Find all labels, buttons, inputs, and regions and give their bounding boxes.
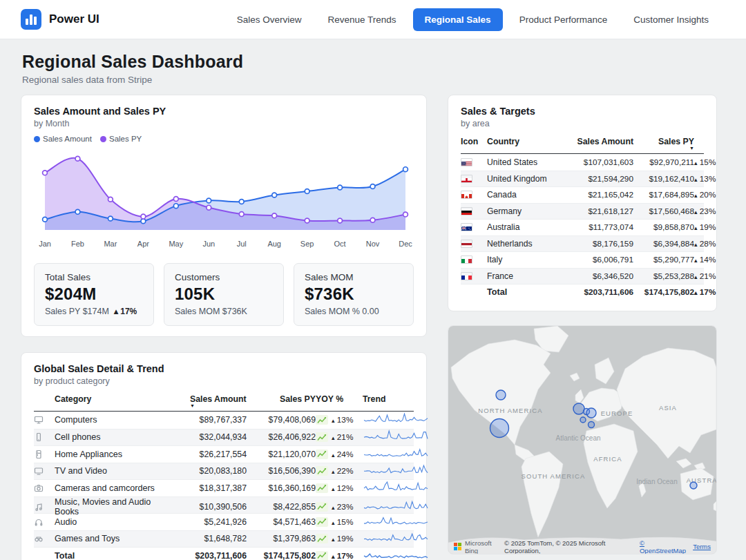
data-point-marker[interactable] — [370, 218, 375, 222]
tab-sales-overview[interactable]: Sales Overview — [227, 9, 312, 30]
data-point-marker[interactable] — [239, 200, 244, 204]
table-row[interactable]: United Kingdom$21,594,290$19,162,410▴ 13… — [461, 171, 704, 187]
yoy-cell: ▴ 21% — [316, 432, 363, 442]
table-row[interactable]: United States$107,031,603$92,970,211▴ 15… — [461, 154, 704, 171]
data-point-marker[interactable] — [75, 156, 80, 161]
data-point-marker[interactable] — [338, 185, 343, 190]
data-point-marker[interactable] — [338, 218, 343, 223]
yoy-percent: ▴ 21% — [332, 432, 353, 442]
data-point-marker[interactable] — [305, 189, 309, 194]
sales-py-value: $92,970,211 — [633, 157, 694, 167]
map-bubble-italy[interactable] — [589, 421, 595, 427]
kpi-total-sales: Total Sales$204MSales PY $174M▴ 17% — [34, 263, 154, 326]
map-bubble-united-states[interactable] — [490, 418, 509, 437]
trend-up-icon — [316, 483, 328, 493]
data-point-marker[interactable] — [272, 193, 277, 197]
total-sales-amount: $203,711,606 — [173, 551, 247, 560]
table-row[interactable]: TV and Video$20,083,180$16,506,390▴ 22% — [34, 463, 414, 480]
terms-link[interactable]: Terms — [693, 543, 711, 550]
x-axis-tick-label: Jul — [237, 240, 247, 248]
microsoft-logo-icon — [454, 543, 461, 550]
sales-amount-value: $32,044,934 — [173, 432, 247, 442]
openstreetmap-link[interactable]: © OpenStreetMap — [640, 539, 690, 554]
x-axis-tick-label: Dec — [399, 240, 412, 248]
map-attribution: © 2025 TomTom, © 2025 Microsoft Corporat… — [504, 539, 711, 554]
smartphone-icon — [34, 432, 55, 442]
map-bubble-united-kingdom[interactable] — [573, 403, 584, 414]
column-header-sales-py[interactable]: Sales PY — [247, 394, 316, 408]
trend-sparkline — [363, 463, 429, 479]
tab-product-performance[interactable]: Product Performance — [510, 9, 618, 30]
yoy-percent: ▴ 13% — [332, 415, 353, 425]
world-map-canvas[interactable]: NORTH AMERICAEUROPEASIAAFRICASOUTH AMERI… — [448, 326, 716, 554]
data-point-marker[interactable] — [207, 205, 211, 210]
data-point-marker[interactable] — [108, 197, 113, 202]
data-point-marker[interactable] — [173, 197, 178, 202]
data-point-marker[interactable] — [239, 212, 244, 217]
column-header-category[interactable]: Category — [55, 394, 173, 408]
map-bubble-germany[interactable] — [586, 408, 596, 418]
table-row[interactable]: France$6,346,520$5,253,288▴ 21% — [461, 268, 704, 284]
column-header-sales-amount[interactable]: Sales Amount▼ — [173, 394, 247, 408]
country-table-card: Sales & Targets by area IconCountrySales… — [448, 95, 717, 311]
data-point-marker[interactable] — [141, 214, 146, 219]
data-point-marker[interactable] — [43, 217, 48, 222]
x-axis-tick-label: Sep — [300, 240, 314, 248]
headphones-icon — [34, 517, 55, 527]
total-sales-py: $174,175,802 — [633, 287, 694, 297]
camera-icon — [34, 483, 55, 493]
sales-amount-value: $21,594,290 — [564, 174, 633, 184]
table-row[interactable]: Netherlands$8,176,159$6,394,884▴ 28% — [461, 235, 704, 252]
table-row[interactable]: Canada$21,165,042$17,684,895▴ 20% — [461, 186, 704, 203]
kpi-label: Customers — [175, 272, 273, 282]
table-row[interactable]: Games and Toys$1,648,782$1,379,863▴ 19% — [34, 530, 414, 548]
trend-up-icon — [316, 432, 328, 442]
country-name: Canada — [487, 190, 564, 200]
data-point-marker[interactable] — [207, 198, 211, 203]
trend-up-icon — [316, 551, 328, 560]
legend-dot-icon — [34, 136, 40, 142]
category-name: Home Appliances — [55, 450, 173, 459]
table-row[interactable]: Italy$6,006,791$5,290,777▴ 14% — [461, 251, 704, 268]
x-axis-tick-label: Apr — [137, 240, 149, 248]
trend-sparkline — [363, 447, 429, 462]
flag-frame — [461, 240, 472, 248]
page-header: Regional Sales Dashboard Regional sales … — [0, 39, 746, 95]
data-point-marker[interactable] — [75, 209, 80, 214]
total-yoy-cell: ▴ 17% — [316, 551, 363, 560]
area-chart-canvas[interactable]: JanFebMarAprMayJunJulAugSepOctNovDec — [34, 147, 415, 252]
table-row[interactable]: Germany$21,618,127$17,560,468▴ 23% — [461, 203, 704, 220]
total-yoy-percent: ▴ 17% — [332, 551, 353, 560]
legend-item-sales-py: Sales PY — [100, 135, 142, 143]
map-bubble-france[interactable] — [580, 417, 586, 423]
map-bubble-canada[interactable] — [496, 390, 506, 400]
sales-amount-value: $26,217,554 — [173, 450, 247, 459]
tab-regional-sales[interactable]: Regional Sales — [413, 8, 503, 31]
data-point-marker[interactable] — [272, 213, 277, 218]
legend-item-sales-amount: Sales Amount — [34, 135, 92, 143]
x-axis-tick-label: Nov — [366, 240, 380, 248]
table-row[interactable]: Cameras and camcorders$18,317,387$16,360… — [34, 479, 414, 496]
table-row[interactable]: Computers$89,767,337$79,408,069▴ 13% — [34, 412, 414, 429]
sales-py-value: $1,379,863 — [247, 534, 316, 543]
table-row[interactable]: Home Appliances$26,217,554$21,120,070▴ 2… — [34, 445, 414, 463]
column-header-trend: Trend — [363, 394, 414, 408]
column-header-sales-py[interactable]: Sales PY▼ — [633, 137, 694, 151]
nav-tabs: Sales OverviewRevenue TrendsRegional Sal… — [227, 8, 718, 31]
table-row[interactable]: Music, Movies and Audio Books$10,390,506… — [34, 496, 414, 514]
tab-revenue-trends[interactable]: Revenue Trends — [318, 9, 406, 30]
table-row[interactable]: Australia$11,773,074$9,858,870▴ 19% — [461, 219, 704, 235]
data-point-marker[interactable] — [370, 184, 375, 189]
map-bubble-australia[interactable] — [690, 482, 697, 489]
data-point-marker[interactable] — [173, 204, 178, 209]
data-point-marker[interactable] — [305, 218, 309, 223]
tab-customer-insights[interactable]: Customer Insights — [624, 9, 718, 30]
france-flag — [461, 272, 487, 280]
data-point-marker[interactable] — [403, 212, 408, 217]
data-point-marker[interactable] — [108, 216, 113, 221]
data-point-marker[interactable] — [141, 219, 146, 224]
table-row[interactable]: Cell phones$32,044,934$26,406,922▴ 21% — [34, 429, 414, 446]
category-name: TV and Video — [55, 466, 173, 476]
data-point-marker[interactable] — [403, 167, 408, 172]
data-point-marker[interactable] — [43, 171, 48, 175]
